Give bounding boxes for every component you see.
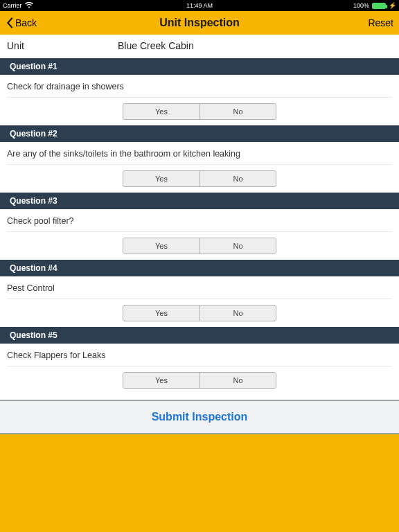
question-text: Are any of the sinks/toilets in the bath… [0, 142, 399, 164]
background-fill [0, 434, 399, 532]
submit-bar: Submit Inspection [0, 400, 399, 434]
no-button[interactable]: No [200, 171, 276, 186]
content-area: Unit Blue Creek Cabin Question #1Check f… [0, 35, 399, 434]
yes-button[interactable]: Yes [123, 171, 200, 186]
question-header: Question #1 [0, 58, 399, 75]
wifi-icon [25, 2, 33, 10]
yes-button[interactable]: Yes [123, 104, 200, 119]
carrier-label: Carrier [3, 2, 22, 9]
segmented-control: YesNo [123, 305, 276, 321]
segmented-row: YesNo [0, 366, 399, 394]
question-header: Question #5 [0, 327, 399, 344]
yes-button[interactable]: Yes [123, 373, 200, 388]
yes-button[interactable]: Yes [123, 305, 200, 321]
segmented-row: YesNo [0, 299, 399, 327]
segmented-row: YesNo [0, 232, 399, 260]
question-header: Question #4 [0, 260, 399, 276]
unit-row: Unit Blue Creek Cabin [0, 35, 399, 58]
status-bar: Carrier 11:49 AM 100% ⚡ [0, 0, 399, 11]
clock-label: 11:49 AM [186, 2, 213, 9]
no-button[interactable]: No [200, 305, 276, 321]
question-text: Check pool filter? [0, 209, 399, 231]
segmented-control: YesNo [123, 170, 276, 187]
no-button[interactable]: No [200, 104, 276, 119]
segmented-row: YesNo [0, 98, 399, 125]
battery-percent: 100% [353, 2, 369, 9]
battery-icon [372, 3, 386, 9]
back-button[interactable]: Back [6, 17, 37, 29]
question-text: Check for drainage in showers [0, 75, 399, 97]
segmented-control: YesNo [123, 103, 276, 120]
unit-label: Unit [7, 40, 118, 51]
charging-icon: ⚡ [389, 2, 396, 9]
back-label: Back [15, 17, 37, 28]
page-title: Unit Inspection [159, 17, 240, 29]
no-button[interactable]: No [200, 373, 276, 388]
question-text: Pest Control [0, 276, 399, 299]
segmented-control: YesNo [123, 238, 276, 254]
question-header: Question #3 [0, 193, 399, 209]
question-text: Check Flappers for Leaks [0, 344, 399, 366]
unit-value: Blue Creek Cabin [118, 40, 194, 51]
submit-button[interactable]: Submit Inspection [152, 411, 248, 423]
yes-button[interactable]: Yes [123, 238, 200, 254]
nav-bar: Back Unit Inspection Reset [0, 11, 399, 35]
segmented-control: YesNo [123, 372, 276, 389]
chevron-left-icon [6, 17, 14, 29]
reset-button[interactable]: Reset [368, 17, 393, 28]
question-header: Question #2 [0, 125, 399, 142]
segmented-row: YesNo [0, 165, 399, 193]
no-button[interactable]: No [200, 238, 276, 254]
